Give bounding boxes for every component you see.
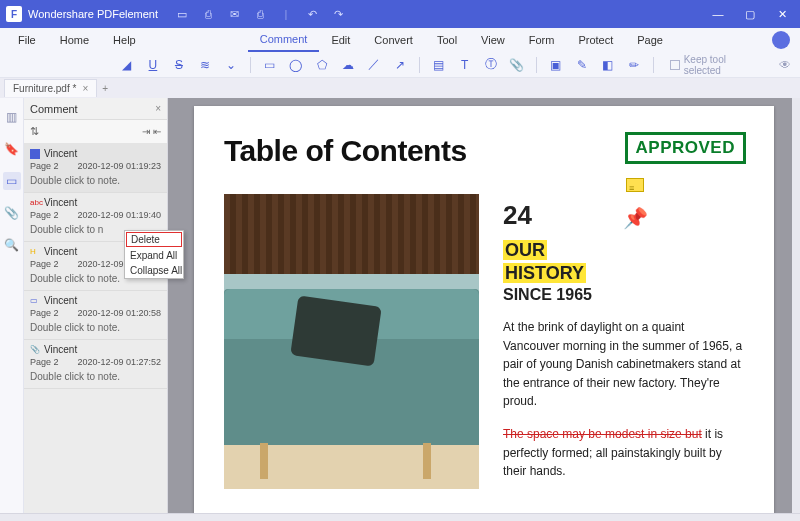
arrow-icon[interactable]: ↗ (393, 58, 407, 72)
comment-timestamp: 2020-12-09 01:19:40 (77, 210, 161, 220)
note-icon[interactable]: ▤ (432, 58, 446, 72)
approved-stamp[interactable]: APPROVED (625, 132, 746, 164)
quick-access-toolbar: ▭ ⎙ ✉ ⎙ | ↶ ↷ (174, 8, 346, 21)
left-rail: ▥ 🔖 ▭ 📎 🔍 (0, 98, 24, 513)
menu-edit[interactable]: Edit (319, 28, 362, 52)
app-title: Wondershare PDFelement (28, 8, 158, 20)
open-icon[interactable]: ▭ (174, 8, 190, 21)
menu-home[interactable]: Home (48, 28, 101, 52)
document-tabstrip: Furniture.pdf * × + (0, 78, 800, 98)
comment-timestamp: 2020-12-09 01:19:23 (77, 161, 161, 171)
comment-user: Vincent (44, 148, 77, 159)
ctx-collapse-all[interactable]: Collapse All (125, 263, 183, 278)
avatar[interactable] (772, 31, 790, 49)
polygon-icon[interactable]: ⬠ (315, 58, 329, 72)
comment-entry[interactable]: 📎VincentPage 22020-12-09 01:27:52Double … (24, 340, 167, 389)
save-icon[interactable]: ⎙ (200, 8, 216, 21)
ribbon-toolbar: ◢ U S ≋ ⌄ ▭ ◯ ⬠ ☁ ／ ↗ ▤ T Ⓣ 📎 ▣ ✎ ◧ ✏ Ke… (0, 52, 800, 78)
keep-tool-toggle[interactable]: Keep tool selected (670, 54, 766, 76)
oval-icon[interactable]: ◯ (289, 58, 303, 72)
mail-icon[interactable]: ✉ (226, 8, 242, 21)
statusbar (0, 513, 800, 521)
comments-icon[interactable]: ▭ (3, 172, 21, 190)
comment-entry[interactable]: ▭VincentPage 22020-12-09 01:20:58Double … (24, 291, 167, 340)
ctx-expand-all[interactable]: Expand All (125, 248, 183, 263)
comment-timestamp: 2020-12-09 01:27:52 (77, 357, 161, 367)
menu-comment[interactable]: Comment (248, 28, 320, 52)
pin-icon[interactable]: 📌 (623, 206, 648, 230)
signature-icon[interactable]: ✎ (575, 58, 589, 72)
comment-page: Page 2 (30, 357, 59, 367)
thumbnails-icon[interactable]: ▥ (3, 108, 21, 126)
menu-file[interactable]: File (6, 28, 48, 52)
bookmarks-icon[interactable]: 🔖 (3, 140, 21, 158)
text-icon[interactable]: T (458, 58, 472, 72)
strikethrough-icon[interactable]: S (172, 58, 186, 72)
document-tab[interactable]: Furniture.pdf * × (4, 79, 97, 97)
comment-user: Vincent (44, 246, 77, 257)
close-button[interactable]: ✕ (774, 8, 790, 21)
paragraph-2: The space may be modest in size but it i… (503, 425, 744, 481)
comment-page: Page 2 (30, 161, 59, 171)
underline-icon[interactable]: U (146, 58, 160, 72)
attachment-icon[interactable]: 📎 (510, 58, 524, 72)
stamp-icon[interactable]: ▣ (549, 58, 563, 72)
main-area: ▥ 🔖 ▭ 📎 🔍 Comment × ⇅ ⇥ ⇤ VincentPage 22… (0, 98, 800, 513)
close-panel-icon[interactable]: × (155, 103, 161, 114)
strikethrough-text[interactable]: The space may be modest in size but (503, 427, 702, 441)
comment-note: Double click to note. (30, 175, 161, 186)
panel-actions: ⇥ ⇤ (142, 126, 161, 137)
print-icon[interactable]: ⎙ (252, 8, 268, 21)
cloud-icon[interactable]: ☁ (341, 58, 355, 72)
sort-icon[interactable]: ⇅ (30, 125, 39, 138)
document-viewport[interactable]: Table of Contents APPROVED 📌 24 OUR HIST… (168, 98, 800, 513)
document-tab-label: Furniture.pdf * (13, 83, 76, 94)
attachments-icon[interactable]: 📎 (3, 204, 21, 222)
ctx-delete[interactable]: Delete (126, 232, 182, 247)
import-icon[interactable]: ⇤ (153, 126, 161, 137)
maximize-button[interactable]: ▢ (742, 8, 758, 21)
undo-icon[interactable]: ↶ (304, 8, 320, 21)
visibility-icon[interactable]: 👁 (778, 58, 792, 72)
pencil-icon[interactable]: ✏ (627, 58, 641, 72)
line-icon[interactable]: ／ (367, 58, 381, 72)
menu-page[interactable]: Page (625, 28, 675, 52)
comment-entry[interactable]: VincentPage 22020-12-09 01:19:23Double c… (24, 144, 167, 193)
checkbox-icon[interactable] (670, 60, 680, 70)
comment-note: Double click to note. (30, 371, 161, 382)
textbox-icon[interactable]: Ⓣ (484, 58, 498, 72)
export-icon[interactable]: ⇥ (142, 126, 150, 137)
menu-protect[interactable]: Protect (566, 28, 625, 52)
search-icon[interactable]: 🔍 (3, 236, 21, 254)
add-tab-button[interactable]: + (97, 83, 113, 94)
redo-icon[interactable]: ↷ (330, 8, 346, 21)
menu-convert[interactable]: Convert (362, 28, 425, 52)
comment-timestamp: 2020-12-09 01:20:58 (77, 308, 161, 318)
menu-help[interactable]: Help (101, 28, 148, 52)
highlight-history[interactable]: HISTORY (503, 263, 586, 283)
comment-list: VincentPage 22020-12-09 01:19:23Double c… (24, 144, 167, 513)
rectangle-icon[interactable]: ▭ (263, 58, 277, 72)
comment-user: Vincent (44, 197, 77, 208)
highlight-our[interactable]: OUR (503, 240, 547, 260)
minimize-button[interactable]: — (710, 8, 726, 21)
caret-icon[interactable]: ⌄ (224, 58, 238, 72)
comment-panel: Comment × ⇅ ⇥ ⇤ VincentPage 22020-12-09 … (24, 98, 168, 513)
comment-user: Vincent (44, 344, 77, 355)
close-tab-icon[interactable]: × (82, 83, 88, 94)
sticky-note-icon[interactable] (626, 178, 644, 192)
since-label: SINCE 1965 (503, 286, 744, 304)
window-buttons: — ▢ ✕ (710, 8, 800, 21)
menu-form[interactable]: Form (517, 28, 567, 52)
menu-view[interactable]: View (469, 28, 517, 52)
panel-title: Comment (30, 103, 78, 115)
comment-note: Double click to note. (30, 322, 161, 333)
page: Table of Contents APPROVED 📌 24 OUR HIST… (194, 106, 774, 513)
menu-tool[interactable]: Tool (425, 28, 469, 52)
context-menu: Delete Expand All Collapse All (124, 230, 184, 279)
eraser-icon[interactable]: ◧ (601, 58, 615, 72)
titlebar: F Wondershare PDFelement ▭ ⎙ ✉ ⎙ | ↶ ↷ —… (0, 0, 800, 28)
highlight-icon[interactable]: ◢ (120, 58, 134, 72)
paragraph-1: At the brink of daylight on a quaint Van… (503, 318, 744, 411)
squiggly-icon[interactable]: ≋ (198, 58, 212, 72)
